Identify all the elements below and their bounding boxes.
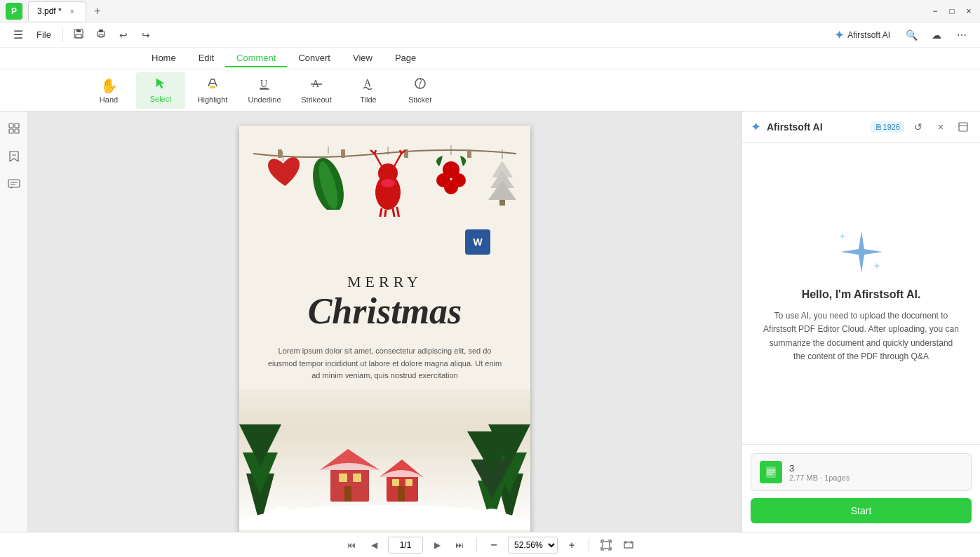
more-icon: ⋯ <box>957 29 967 41</box>
ai-panel-star-icon: ✦ <box>751 119 761 135</box>
svg-line-34 <box>384 210 386 217</box>
ai-panel-header: ✦ Afirstsoft AI 🖹 1926 ↺ × <box>742 112 980 143</box>
svg-rect-7 <box>210 86 215 88</box>
last-page-button[interactable]: ⏭ <box>451 537 468 553</box>
sidebar-comment-button[interactable] <box>3 173 25 196</box>
bottom-toolbar: ⏮ ◀ ▶ ⏭ − 52.56% 75% 100% 125% 150% + <box>0 532 980 557</box>
svg-rect-65 <box>405 479 412 486</box>
ai-close-button[interactable]: × <box>932 119 949 135</box>
tab-comment[interactable]: Comment <box>225 50 287 67</box>
menu-bar: ☰ File ↩ <box>0 22 980 48</box>
hand-icon: ✋ <box>100 77 118 94</box>
ai-file-info: 3 2.77 MB · 1pages <box>789 463 962 482</box>
afirstsoft-ai-button[interactable]: ✦ Afirstsoft AI <box>828 25 896 46</box>
highlight-icon <box>206 76 220 94</box>
next-page-button[interactable]: ▶ <box>429 537 445 553</box>
select-tool-button[interactable]: Select <box>136 72 185 109</box>
close-window-button[interactable]: × <box>963 6 974 17</box>
svg-rect-16 <box>9 129 13 133</box>
app-logo: P <box>6 3 22 20</box>
svg-point-42 <box>444 180 458 194</box>
save-button[interactable] <box>69 25 88 45</box>
file-label: File <box>36 29 51 40</box>
select-tool-label: Select <box>150 95 172 103</box>
highlight-tool-button[interactable]: Highlight <box>188 72 237 109</box>
tilde-tool-button[interactable]: A Tilde <box>344 72 393 109</box>
strikeout-tool-label: Strikeout <box>301 95 331 104</box>
ai-expand-button[interactable] <box>955 119 972 135</box>
bottom-sep-1 <box>476 538 477 552</box>
zoom-select[interactable]: 52.56% 75% 100% 125% 150% <box>508 537 558 553</box>
first-page-button[interactable]: ⏮ <box>343 537 360 553</box>
svg-line-35 <box>393 208 395 217</box>
page-number-input[interactable] <box>388 537 423 553</box>
print-button[interactable] <box>91 25 111 45</box>
sticker-tool-button[interactable]: Sticker <box>396 72 445 109</box>
ai-badge-icon: 🖹 <box>875 123 882 131</box>
hand-tool-label: Hand <box>100 95 118 104</box>
svg-rect-19 <box>8 180 20 187</box>
tab-view[interactable]: View <box>342 50 384 67</box>
svg-rect-4 <box>99 29 103 32</box>
sidebar-bookmark-button[interactable] <box>3 145 25 168</box>
tab-bar: 3.pdf * × + <box>28 1 929 21</box>
sticker-tool-label: Sticker <box>408 95 432 104</box>
ai-panel-body: Hello, I'm Afirstsoft AI. To use AI, you… <box>742 143 980 444</box>
fit-width-button[interactable] <box>620 537 637 553</box>
ai-panel-footer: 3 2.77 MB · 1pages Start <box>742 444 980 532</box>
svg-rect-14 <box>9 123 13 128</box>
zoom-in-button[interactable]: + <box>563 537 580 553</box>
snow-tree-ornament <box>485 149 520 208</box>
svg-rect-59 <box>339 474 347 482</box>
redo-button[interactable]: ↪ <box>136 25 156 45</box>
tab-close-button[interactable]: × <box>67 6 77 16</box>
search-button[interactable]: 🔍 <box>901 25 921 45</box>
prev-page-button[interactable]: ◀ <box>365 537 382 553</box>
undo-button[interactable]: ↩ <box>114 25 133 45</box>
ai-sparkle-graphic <box>833 224 890 280</box>
zoom-out-button[interactable]: − <box>485 537 502 553</box>
sticker-icon <box>413 76 427 94</box>
hamburger-menu-button[interactable]: ☰ <box>8 25 28 45</box>
hand-tool-button[interactable]: ✋ Hand <box>84 72 133 109</box>
strikeout-tool-button[interactable]: A Strikeout <box>292 72 341 109</box>
tab-home[interactable]: Home <box>140 50 187 67</box>
underline-tool-button[interactable]: U Underline <box>240 72 289 109</box>
ai-description-text: To use AI, you need to upload the docume… <box>763 309 960 363</box>
tab-convert[interactable]: Convert <box>287 50 342 67</box>
search-icon: 🔍 <box>906 29 918 41</box>
merry-text: MERRY <box>347 273 422 291</box>
sidebar-thumbnail-button[interactable] <box>3 117 25 140</box>
new-tab-button[interactable]: + <box>89 3 106 20</box>
lorem-ipsum-text: Lorem ipsum dolor sit amet, consectetur … <box>247 338 523 389</box>
more-options-button[interactable]: ⋯ <box>952 25 972 45</box>
ai-file-icon <box>760 461 782 483</box>
tab-page[interactable]: Page <box>384 50 427 67</box>
pdf-viewer[interactable]: W <box>28 112 741 532</box>
tab-3pdf[interactable]: 3.pdf * × <box>28 1 86 21</box>
heart-ornament <box>263 149 307 211</box>
titlebar: P 3.pdf * × + − □ × <box>0 0 980 22</box>
ai-file-card: 3 2.77 MB · 1pages <box>751 453 972 491</box>
fit-page-button[interactable] <box>598 537 615 553</box>
tab-edit[interactable]: Edit <box>187 50 225 67</box>
winter-scene <box>239 389 530 530</box>
ai-greeting-text: Hello, I'm Afirstsoft AI. <box>802 288 921 301</box>
svg-rect-61 <box>344 486 351 502</box>
ai-refresh-button[interactable]: ↺ <box>910 119 927 135</box>
svg-rect-1 <box>76 29 81 32</box>
svg-rect-2 <box>76 34 81 38</box>
ribbon-tabs: Home Edit Comment Convert View Page <box>0 48 980 69</box>
svg-rect-66 <box>398 486 405 502</box>
file-menu-button[interactable]: File <box>31 27 57 43</box>
svg-rect-17 <box>15 129 19 133</box>
svg-text:A: A <box>364 78 372 88</box>
ai-start-button[interactable]: Start <box>751 498 972 523</box>
cloud-button[interactable]: ☁ <box>927 25 946 45</box>
ai-badge-count: 1926 <box>883 123 900 131</box>
tab-label: 3.pdf * <box>37 6 62 16</box>
restore-button[interactable]: □ <box>946 6 958 17</box>
berry-ornament <box>432 145 471 204</box>
minimize-button[interactable]: − <box>929 6 941 17</box>
svg-rect-47 <box>499 200 505 206</box>
